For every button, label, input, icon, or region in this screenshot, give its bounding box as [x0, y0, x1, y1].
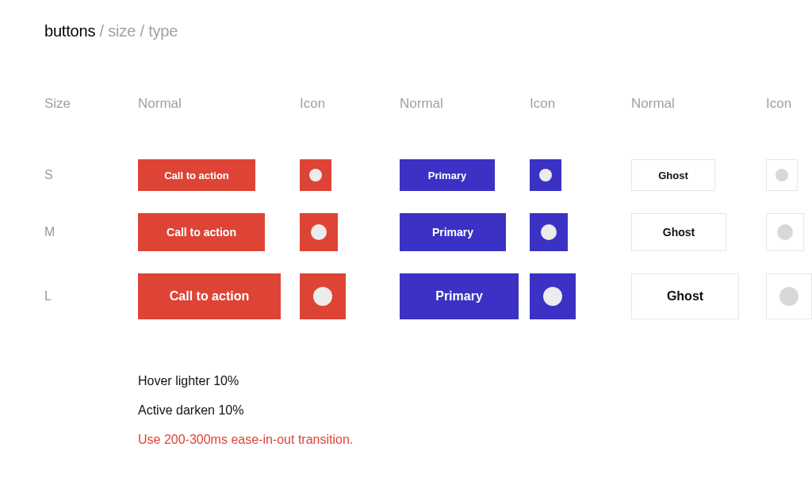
primary-button-m[interactable]: Primary: [400, 213, 506, 251]
primary-icon-button-l[interactable]: [530, 273, 576, 319]
primary-button-l[interactable]: Primary: [400, 273, 519, 319]
notes-block: Hover lighter 10% Active darken 10% Use …: [44, 373, 768, 448]
primary-icon-button-m[interactable]: [530, 213, 568, 251]
breadcrumb-seg-size: size: [108, 22, 136, 40]
primary-button-label: Primary: [428, 170, 466, 181]
header-normal: Normal: [400, 96, 530, 112]
cta-button-label: Call to action: [164, 170, 229, 181]
ghost-button-s[interactable]: Ghost: [631, 159, 715, 191]
row-size-s: S Call to action Primary Ghost: [44, 159, 768, 191]
ghost-button-label: Ghost: [663, 226, 695, 239]
circle-placeholder-icon: [543, 287, 562, 306]
ghost-icon-button-s[interactable]: [766, 159, 798, 191]
ghost-button-m[interactable]: Ghost: [631, 213, 726, 251]
circle-placeholder-icon: [779, 287, 799, 306]
circle-placeholder-icon: [313, 287, 332, 306]
circle-placeholder-icon: [309, 169, 322, 181]
circle-placeholder-icon: [776, 169, 788, 181]
header-icon: Icon: [766, 96, 812, 112]
breadcrumb-seg-type: type: [148, 22, 178, 40]
circle-placeholder-icon: [311, 224, 327, 240]
primary-button-s[interactable]: Primary: [400, 159, 495, 191]
header-row: Size Normal Icon Normal Icon Normal Icon: [44, 96, 768, 112]
header-normal: Normal: [631, 96, 766, 112]
row-size-l: L Call to action Primary Ghost: [44, 273, 768, 319]
cta-button-label: Call to action: [167, 226, 236, 239]
header-icon: Icon: [300, 96, 400, 112]
cta-button-m[interactable]: Call to action: [138, 213, 265, 251]
circle-placeholder-icon: [539, 169, 552, 181]
size-label-l: L: [44, 289, 138, 304]
ghost-button-label: Ghost: [658, 170, 688, 181]
ghost-icon-button-l[interactable]: [766, 273, 812, 319]
circle-placeholder-icon: [541, 224, 557, 240]
header-icon: Icon: [530, 96, 631, 112]
ghost-button-label: Ghost: [667, 289, 703, 304]
primary-button-label: Primary: [435, 289, 483, 304]
header-normal: Normal: [138, 96, 300, 112]
ghost-icon-button-m[interactable]: [766, 213, 804, 251]
cta-button-label: Call to action: [170, 289, 249, 304]
cta-icon-button-l[interactable]: [300, 273, 346, 319]
ghost-button-l[interactable]: Ghost: [631, 273, 739, 319]
breadcrumb: buttons / size / type: [44, 22, 768, 40]
breadcrumb-sep: /: [140, 22, 148, 40]
primary-button-label: Primary: [432, 226, 473, 239]
cta-icon-button-m[interactable]: [300, 213, 338, 251]
row-size-m: M Call to action Primary Ghost: [44, 213, 768, 251]
cta-icon-button-s[interactable]: [300, 159, 331, 191]
circle-placeholder-icon: [777, 224, 793, 240]
primary-icon-button-s[interactable]: [530, 159, 561, 191]
note-hover: Hover lighter 10%: [138, 373, 768, 390]
breadcrumb-sep: /: [100, 22, 109, 40]
size-label-m: M: [44, 225, 138, 239]
breadcrumb-seg-buttons: buttons: [44, 22, 95, 40]
cta-button-l[interactable]: Call to action: [138, 273, 281, 319]
size-label-s: S: [44, 168, 138, 182]
cta-button-s[interactable]: Call to action: [138, 159, 255, 191]
note-active: Active darken 10%: [138, 403, 768, 419]
note-transition: Use 200-300ms ease-in-out transition.: [138, 432, 768, 449]
header-size: Size: [44, 96, 138, 112]
